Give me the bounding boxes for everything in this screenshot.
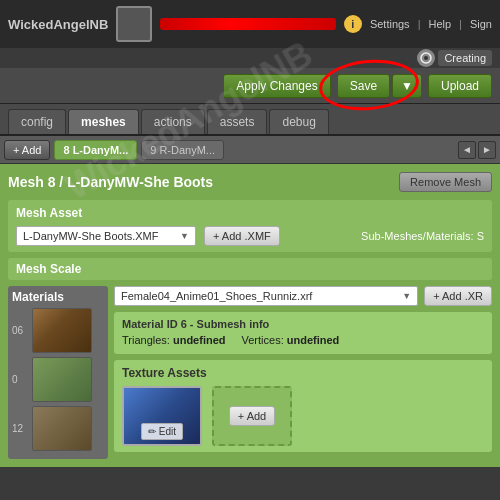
remove-mesh-button[interactable]: Remove Mesh [399, 172, 492, 192]
creating-badge: Creating [438, 50, 492, 66]
top-bar: WickedAngelNB i Settings | Help | Sign [0, 0, 500, 48]
save-dropdown-button[interactable]: ▼ [392, 74, 422, 98]
submesh-info-title: Material ID 6 - Submesh info [122, 318, 484, 330]
submesh-label: Sub-Meshes/Materials: S [361, 230, 484, 242]
save-button[interactable]: Save [337, 74, 390, 98]
tab-actions[interactable]: actions [141, 109, 205, 134]
mesh-asset-title: Mesh Asset [16, 206, 484, 220]
mesh-asset-select[interactable]: L-DanyMW-She Boots.XMF ▼ [16, 226, 196, 246]
mesh-scale-section: Mesh Scale [8, 258, 492, 280]
upload-button[interactable]: Upload [428, 74, 492, 98]
add-texture-button[interactable]: + Add [212, 386, 292, 446]
tab-config[interactable]: config [8, 109, 66, 134]
tabs-bar: config meshes actions assets debug [0, 104, 500, 136]
mat-num-3: 12 [12, 423, 28, 434]
toolbar: Apply Changes Save ▼ Upload [0, 68, 500, 104]
texture-thumbnail[interactable]: ✏ Edit [122, 386, 202, 446]
mesh-title: Mesh 8 / L-DanyMW-She Boots [8, 174, 213, 190]
list-item: 12 [12, 406, 104, 451]
chevron-down-icon: ▼ [402, 291, 411, 301]
info-icon[interactable]: i [344, 15, 362, 33]
tab-assets[interactable]: assets [207, 109, 268, 134]
mat-num-1: 06 [12, 325, 28, 336]
help-link[interactable]: Help [428, 18, 451, 30]
submesh-info-row: Triangles: undefined Vertices: undefined [122, 334, 484, 346]
materials-sidebar: Materials 06 0 12 [8, 286, 108, 459]
mesh-asset-value: L-DanyMW-She Boots.XMF [23, 230, 159, 242]
texture-assets-section: Texture Assets ✏ Edit + Add [114, 360, 492, 452]
material-thumb-1[interactable] [32, 308, 92, 353]
settings-link[interactable]: Settings [370, 18, 410, 30]
svg-point-0 [424, 56, 428, 60]
materials-area: Materials 06 0 12 Female04_Anime01_Shoes… [8, 286, 492, 459]
username-bar [160, 18, 336, 30]
mesh-scale-title: Mesh Scale [16, 262, 484, 276]
texture-row: ✏ Edit + Add [122, 386, 484, 446]
mesh-tabs-row: + Add 8 L-DanyM... 9 R-DanyM... ◄ ► [0, 136, 500, 164]
chevron-down-icon: ▼ [180, 231, 189, 241]
gear-icon [417, 49, 435, 67]
mesh-asset-row: L-DanyMW-She Boots.XMF ▼ + Add .XMF Sub-… [16, 226, 484, 246]
list-item: 06 [12, 308, 104, 353]
username-label: WickedAngelNB [8, 17, 108, 32]
avatar [116, 6, 152, 42]
add-texture-inner-button[interactable]: + Add [229, 406, 275, 426]
mat-select-row: Female04_Anime01_Shoes_Runniz.xrf ▼ + Ad… [114, 286, 492, 306]
list-item: 0 [12, 357, 104, 402]
submesh-info-section: Material ID 6 - Submesh info Triangles: … [114, 312, 492, 354]
signin-link[interactable]: Sign [470, 18, 492, 30]
apply-changes-button[interactable]: Apply Changes [223, 74, 330, 98]
materials-header: Materials [12, 290, 104, 304]
triangles-value: undefined [173, 334, 226, 346]
material-thumb-2[interactable] [32, 357, 92, 402]
add-xr-button[interactable]: + Add .XR [424, 286, 492, 306]
inactive-mesh-tab[interactable]: 9 R-DanyM... [141, 140, 224, 160]
material-select[interactable]: Female04_Anime01_Shoes_Runniz.xrf ▼ [114, 286, 418, 306]
edit-texture-button[interactable]: ✏ Edit [141, 423, 183, 440]
mat-num-2: 0 [12, 374, 28, 385]
mesh-title-row: Mesh 8 / L-DanyMW-She Boots Remove Mesh [8, 172, 492, 192]
triangles-label: Triangles: [122, 334, 170, 346]
mesh-asset-section: Mesh Asset L-DanyMW-She Boots.XMF ▼ + Ad… [8, 200, 492, 252]
right-panel: Female04_Anime01_Shoes_Runniz.xrf ▼ + Ad… [114, 286, 492, 459]
prev-mesh-button[interactable]: ◄ [458, 141, 476, 159]
vertices-label: Vertices: [242, 334, 284, 346]
creating-bar: Creating [0, 48, 500, 68]
tab-meshes[interactable]: meshes [68, 109, 139, 134]
vertices-value: undefined [287, 334, 340, 346]
vertices-field: Vertices: undefined [242, 334, 340, 346]
add-xmf-button[interactable]: + Add .XMF [204, 226, 280, 246]
add-mesh-button[interactable]: + Add [4, 140, 50, 160]
mesh-tabs-nav: ◄ ► [458, 141, 496, 159]
texture-assets-title: Texture Assets [122, 366, 484, 380]
next-mesh-button[interactable]: ► [478, 141, 496, 159]
save-area: Save ▼ [337, 74, 422, 98]
material-thumb-3[interactable] [32, 406, 92, 451]
triangles-field: Triangles: undefined [122, 334, 226, 346]
material-select-value: Female04_Anime01_Shoes_Runniz.xrf [121, 290, 312, 302]
main-content: Mesh 8 / L-DanyMW-She Boots Remove Mesh … [0, 164, 500, 467]
active-mesh-tab[interactable]: 8 L-DanyM... [54, 140, 137, 160]
top-bar-links: Settings | Help | Sign [370, 18, 492, 30]
tab-debug[interactable]: debug [269, 109, 328, 134]
